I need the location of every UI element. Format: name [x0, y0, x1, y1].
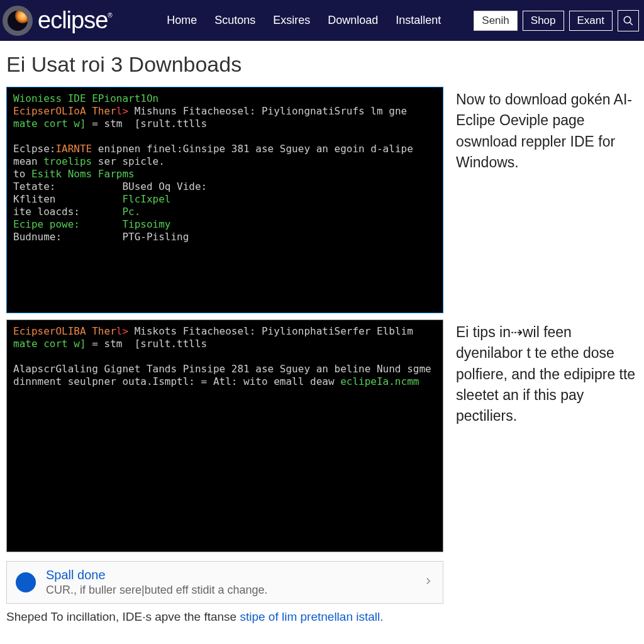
footer-line: Sheped To incillation, IDE·s apve the ft… — [6, 610, 638, 624]
chevron-right-icon — [423, 575, 434, 589]
info-callout[interactable]: Spall done CUR., if buller sere|buted ef… — [6, 561, 443, 604]
nav-download[interactable]: Download — [328, 14, 378, 27]
page-title: Ei Usat roi 3 Downboads — [6, 52, 638, 77]
terminal-output-1: Wioniess IDE EPionart1On EcipserOLIoA Th… — [6, 87, 443, 313]
callout-title: Spall done — [46, 568, 413, 582]
aside-text-1: Now to download gokén AI-Eclipe Oeviple … — [456, 87, 638, 313]
brand-name: eclipse® — [38, 7, 112, 34]
shop-button[interactable]: Shop — [523, 11, 564, 31]
nav-home[interactable]: Home — [167, 14, 197, 27]
top-nav-bar: eclipse® Home Scutons Exsires Download I… — [0, 0, 644, 41]
exant-button[interactable]: Exant — [569, 11, 613, 31]
download-badge-icon — [16, 572, 36, 592]
svg-line-1 — [630, 22, 633, 25]
aside-text-2: Ei tips in⇢wil feen dyenilabor t te ethe… — [456, 319, 638, 552]
callout-body: Spall done CUR., if buller sere|buted ef… — [46, 568, 413, 597]
nav-exsires[interactable]: Exsires — [273, 14, 310, 27]
page-content: Ei Usat roi 3 Downboads Wioniess IDE EPi… — [0, 41, 644, 630]
search-button[interactable] — [618, 10, 639, 31]
search-icon — [623, 15, 634, 26]
eclipse-logo-icon — [3, 6, 33, 36]
senih-button[interactable]: Senih — [474, 11, 517, 31]
header-buttons: Senih Shop Exant — [474, 10, 639, 31]
nav-scutons[interactable]: Scutons — [214, 14, 255, 27]
primary-nav: Home Scutons Exsires Download Installent… — [167, 10, 639, 31]
callout-subtitle: CUR., if buller sere|buted eff stidit a … — [46, 584, 413, 597]
brand-logo[interactable]: eclipse® — [3, 6, 112, 36]
footer-link[interactable]: stipe of lim pretnellan istall. — [240, 610, 383, 623]
nav-installent[interactable]: Installent — [396, 14, 441, 27]
terminal-output-2: EcipserOLIBA Therl> Miskots Fitacheosel:… — [6, 319, 443, 552]
section-2: EcipserOLIBA Therl> Miskots Fitacheosel:… — [6, 319, 638, 552]
section-1: Wioniess IDE EPionart1On EcipserOLIoA Th… — [6, 87, 638, 313]
svg-point-0 — [624, 16, 631, 23]
